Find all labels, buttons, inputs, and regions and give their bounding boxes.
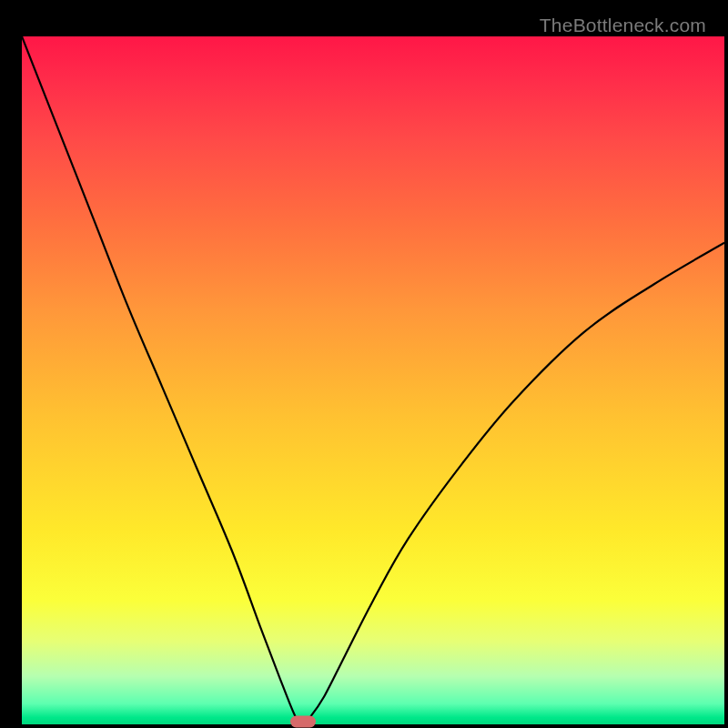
optimal-marker — [290, 716, 316, 728]
watermark-text: TheBottleneck.com — [540, 15, 706, 36]
chart-frame: TheBottleneck.com — [9, 9, 719, 719]
bottleneck-curve — [22, 36, 724, 724]
plot-area — [22, 36, 724, 724]
